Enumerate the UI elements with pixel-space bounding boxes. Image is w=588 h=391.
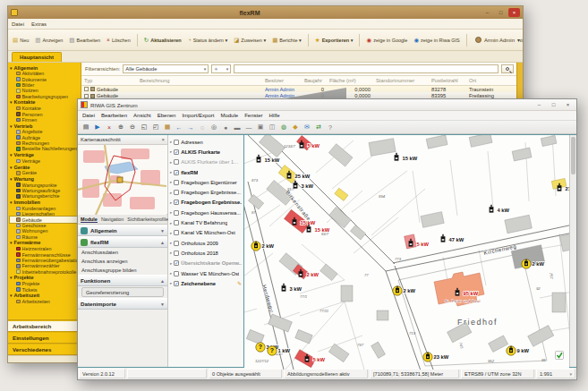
- minimize-button[interactable]: –: [481, 8, 493, 17]
- layer-checkbox[interactable]: [174, 210, 179, 216]
- panel-section-funktionen[interactable]: Funktionen▲: [78, 275, 167, 286]
- globe-icon[interactable]: ◍: [278, 122, 289, 132]
- table-header[interactable]: TypBezeichnungBesitzerBaujahrFläche (m²)…: [81, 76, 523, 86]
- layer-row-orthofotos-2009[interactable]: ▸Orthofotos 2009: [168, 238, 243, 248]
- layer-row-orthofotos-2018[interactable]: ▸Orthofotos 2018: [168, 248, 243, 258]
- search-input[interactable]: [234, 64, 499, 73]
- toolbar-button-berichte[interactable]: ▦Berichte ▾: [270, 36, 303, 45]
- column-header-postleitzahl[interactable]: Postleitzahl: [429, 78, 466, 83]
- expand-icon[interactable]: ▸: [170, 221, 172, 225]
- toolbar-button-aktualisieren[interactable]: ↻Aktualisieren: [142, 36, 183, 45]
- sidebar-section-projekte[interactable]: ▾Projekte: [10, 275, 81, 281]
- expand-icon[interactable]: ▸: [170, 180, 172, 184]
- layer-row-alkis-flurkarte-ber-1[interactable]: ▸ALKIS Flurkarte über 1...: [168, 157, 243, 167]
- map-canvas[interactable]: BirkenstraßeKirchenwegHerdwegFriedhofSt.…: [244, 135, 569, 370]
- expand-icon[interactable]: ▸: [170, 170, 172, 174]
- panel-tab-navigation[interactable]: Navigation: [101, 217, 124, 222]
- panel-tab-module[interactable]: Module: [81, 217, 98, 223]
- sidebar-footer-einstellungen[interactable]: Einstellungen: [8, 332, 81, 344]
- sync-icon[interactable]: ⇄: [313, 122, 324, 132]
- search-icon[interactable]: ◌: [197, 122, 208, 132]
- expand-icon[interactable]: ▸: [170, 271, 172, 276]
- sidebar-section-ger-te[interactable]: ▾Geräte: [10, 164, 81, 170]
- view-options-select[interactable]: ✳▾: [211, 64, 231, 73]
- panel-section-flexrm[interactable]: flexRM▲: [78, 236, 167, 248]
- menu-item-datei[interactable]: Datei: [82, 113, 95, 118]
- toolbar-button-zeige-in-riwa-gis[interactable]: ◉zeige in Riwa GIS: [412, 36, 461, 45]
- expand-icon[interactable]: ▸: [170, 149, 172, 154]
- expand-icon[interactable]: ▸: [170, 251, 172, 255]
- sidebar-section-vertr-ge[interactable]: ▾Verträge: [10, 152, 81, 158]
- minus-icon[interactable]: —: [243, 122, 254, 132]
- snapshot-icon[interactable]: ▣: [255, 122, 266, 132]
- help-icon[interactable]: ?: [325, 122, 336, 132]
- panel-section-datenimporte[interactable]: Datenimporte▼: [78, 298, 167, 310]
- zoom-out-icon[interactable]: ⊖: [127, 122, 138, 132]
- filter-select[interactable]: Alle Gebäude ▾: [123, 64, 209, 73]
- layer-checkbox[interactable]: ✓: [174, 149, 179, 155]
- expand-icon[interactable]: ▸: [170, 140, 172, 144]
- menu-item-extras[interactable]: Extras: [31, 21, 47, 27]
- layer-row-fragebogen-ergebnisse[interactable]: ▸✓Fragebogen Ergebnisse...: [168, 198, 243, 208]
- column-header-bezeichnung[interactable]: Bezeichnung: [137, 78, 262, 83]
- riwa-titlebar[interactable]: RIWA GIS Zentrum – □ ×: [78, 99, 576, 111]
- sidebar-item-arbeitszeiten[interactable]: Arbeitszeiten: [10, 299, 81, 304]
- layer-checkbox[interactable]: [174, 180, 179, 185]
- sidebar-section-kontakte[interactable]: ▾Kontakte: [10, 99, 81, 106]
- layer-row-fragebogen-hausverwa[interactable]: ▸Fragebogen Hausverwa...: [168, 208, 243, 217]
- layer-checkbox[interactable]: [174, 251, 179, 256]
- zoom-window-icon[interactable]: ◱: [139, 122, 149, 132]
- layer-checkbox[interactable]: ✓: [174, 170, 179, 175]
- minimize-button[interactable]: –: [533, 100, 545, 109]
- menu-item-import-export[interactable]: Import/Export: [182, 113, 214, 118]
- toolbar-button-zuweisen[interactable]: ◪Zuweisen ▾: [232, 36, 268, 45]
- panel-item-anschluss-anzeigen[interactable]: Anschluss anzeigen: [78, 257, 167, 266]
- nav-back-icon[interactable]: ←: [174, 122, 184, 132]
- status-scale-select[interactable]: 1:991▾: [536, 369, 575, 378]
- copy-icon[interactable]: ◫: [267, 122, 277, 132]
- sidebar-section-allgemein[interactable]: ▾Allgemein: [10, 64, 81, 71]
- column-header-besitzer[interactable]: Besitzer: [262, 78, 302, 83]
- pan-icon[interactable]: ▦: [162, 122, 173, 132]
- layer-row-flexrm[interactable]: ▸✓flexRM: [168, 167, 243, 177]
- layer-checkbox[interactable]: [174, 241, 179, 246]
- panel-tab-sichtbarkeitsprofile[interactable]: Sichtbarkeitsprofile: [127, 217, 168, 222]
- table-row[interactable]: GebäudeArmin Admin00,000083278Traunstein: [81, 86, 523, 92]
- layer-row-adressen[interactable]: ▸Adressen: [168, 137, 243, 147]
- layer-checkbox[interactable]: [174, 271, 179, 276]
- maximize-button[interactable]: □: [548, 100, 559, 109]
- sidebar-section-fernw-rme[interactable]: ▾Fernwärme: [10, 240, 81, 246]
- panel-item-anschlussdaten[interactable]: Anschlussdaten: [78, 248, 167, 257]
- expand-icon[interactable]: ▸: [170, 191, 172, 195]
- layer-checkbox[interactable]: ✓: [174, 260, 179, 266]
- column-header-fl-che-m[interactable]: Fläche (m²): [327, 78, 373, 83]
- select-cursor-icon[interactable]: ▶: [92, 122, 103, 132]
- column-header-standortnummer[interactable]: Standortnummer: [373, 78, 429, 83]
- layer-checkbox[interactable]: [174, 230, 179, 235]
- measure-icon[interactable]: ▬: [232, 122, 243, 132]
- sidebar-section-vertrieb[interactable]: ▾Vertrieb: [10, 123, 81, 129]
- row-checkbox[interactable]: [84, 94, 89, 98]
- toolbar-button-status-ndern[interactable]: ◔Status ändern ▾: [186, 36, 229, 45]
- layer-row-wasser-ve-m-nchen-ost[interactable]: ▸Wasser VE München-Ost: [168, 268, 243, 278]
- panel-section-allgemein[interactable]: Allgemein▼: [78, 225, 167, 236]
- flag-icon[interactable]: ◆: [290, 122, 301, 132]
- expand-icon[interactable]: ▸: [170, 231, 172, 235]
- menu-item-module[interactable]: Module: [220, 113, 238, 118]
- sidebar-footer-verschiedenes[interactable]: Verschiedenes: [8, 344, 81, 355]
- menu-item-bearbeiten[interactable]: Bearbeiten: [101, 113, 127, 118]
- expand-icon[interactable]: ▸: [170, 210, 172, 215]
- layer-checkbox[interactable]: [174, 140, 179, 145]
- layer-row-bersichtskarte-openw[interactable]: ▸✓Übersichtskarte Openw...: [168, 259, 243, 268]
- layer-row-fragebogen-eigent-mer[interactable]: ▸Fragebogen Eigentümer: [168, 177, 243, 187]
- toolbar-button-zeige-in-google[interactable]: ◉zeige in Google: [364, 36, 409, 45]
- close-button[interactable]: ×: [508, 8, 520, 17]
- search-address-icon[interactable]: ◎: [209, 122, 219, 132]
- clear-selection-icon[interactable]: ×: [104, 122, 115, 132]
- column-header-baujahr[interactable]: Baujahr: [302, 78, 327, 83]
- toolbar-button-anzeigen[interactable]: ▥Anzeigen: [33, 36, 64, 45]
- print-icon[interactable]: ▤: [81, 122, 91, 132]
- overview-map[interactable]: [78, 145, 167, 215]
- sidebar-footer-arbeitsbereich[interactable]: Arbeitsbereich: [8, 320, 81, 332]
- menu-item-datei[interactable]: Datei: [12, 21, 24, 27]
